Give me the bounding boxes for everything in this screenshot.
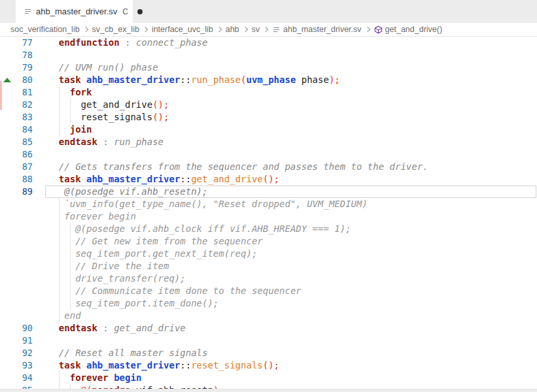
indent-guide bbox=[70, 272, 71, 285]
indent-guide bbox=[59, 260, 60, 272]
code-line-82[interactable]: 82 get_and_drive(); bbox=[0, 99, 537, 111]
line-number[interactable]: 85 bbox=[16, 136, 33, 148]
glyph-margin bbox=[0, 198, 16, 210]
ghost-text: seq_item_port.item_done(); bbox=[48, 297, 537, 310]
code-line-ghost[interactable]: // Drive the item bbox=[0, 260, 537, 272]
breadcrumb-item-interface-uvc-lib[interactable]: interface_uvc_lib bbox=[152, 25, 213, 34]
code-line-89[interactable]: 89 @(posedge vif.ahb_resetn); bbox=[0, 186, 537, 198]
breadcrumb-label: ahb bbox=[226, 25, 239, 34]
code-line-ghost[interactable]: end bbox=[0, 310, 537, 322]
code-line-ghost[interactable]: seq_item_port.item_done(); bbox=[0, 297, 537, 310]
unsaved-changes-indicator[interactable] bbox=[137, 9, 143, 14]
glyph-margin bbox=[0, 161, 16, 173]
token: phase bbox=[296, 74, 329, 85]
indent-guide bbox=[70, 223, 71, 235]
code-line-91[interactable]: 91 bbox=[0, 335, 537, 347]
token bbox=[81, 174, 86, 184]
breadcrumb-item-sv[interactable]: sv bbox=[252, 25, 260, 34]
line-number[interactable]: 93 bbox=[16, 359, 33, 372]
indent-guide bbox=[59, 99, 60, 111]
breadcrumb-label: soc_verification_lib bbox=[10, 25, 80, 34]
code-line-85[interactable]: 85 endtask : run_phase bbox=[0, 136, 537, 148]
ghost-text: // Get new item from the sequencer bbox=[48, 235, 537, 248]
line-number[interactable]: 87 bbox=[16, 161, 33, 173]
code-line-79[interactable]: 79 // UVM run() phase bbox=[0, 61, 537, 74]
token: begin bbox=[114, 372, 141, 383]
glyph-margin bbox=[0, 37, 16, 49]
code-line-ghost[interactable]: // Get new item from the sequencer bbox=[0, 235, 537, 248]
code-line-ghost[interactable]: seq_item_port.get_next_item(req); bbox=[0, 248, 537, 260]
glyph-margin bbox=[0, 260, 16, 272]
code-line-80[interactable]: 80 task ahb_master_driver::run_phase(uvm… bbox=[0, 74, 537, 86]
file-lines-icon bbox=[272, 25, 281, 34]
breadcrumb-item-ahb-master-driver-sv[interactable]: ahb_master_driver.sv bbox=[272, 25, 362, 34]
symbol-method-icon bbox=[374, 25, 383, 34]
line-number[interactable]: 77 bbox=[16, 37, 33, 49]
chevron-right-icon bbox=[242, 27, 247, 32]
code-line-88[interactable]: 88 task ahb_master_driver::get_and_drive… bbox=[0, 173, 537, 186]
code-line-93[interactable]: 93 task ahb_master_driver::reset_signals… bbox=[0, 359, 537, 372]
line-number bbox=[16, 235, 33, 248]
line-number[interactable]: 86 bbox=[16, 148, 33, 161]
chevron-right-icon bbox=[216, 27, 221, 32]
line-number[interactable]: 92 bbox=[16, 347, 33, 359]
ghost-suggestion-text: end bbox=[64, 310, 80, 321]
line-number[interactable]: 89 bbox=[16, 186, 33, 198]
line-number[interactable]: 83 bbox=[16, 111, 33, 123]
token: endfunction bbox=[59, 37, 120, 48]
line-number[interactable]: 94 bbox=[16, 372, 33, 384]
code-line-ghost[interactable]: @(posedge vif.ahb_clock iff vif.AHB_HREA… bbox=[0, 223, 537, 235]
indent-guide bbox=[70, 99, 71, 111]
code-line-ghost[interactable]: forever begin bbox=[0, 210, 537, 223]
indent-guide bbox=[59, 198, 60, 210]
code-line-87[interactable]: 87 // Gets transfers from the sequencer … bbox=[0, 161, 537, 173]
line-number[interactable]: 84 bbox=[16, 123, 33, 136]
breadcrumb-item-get-and-drive-[interactable]: get_and_drive() bbox=[374, 25, 443, 34]
breadcrumb-label: ahb_master_driver.sv bbox=[283, 25, 362, 34]
ghost-suggestion-text: @(posedge vif.ahb_resetn); bbox=[64, 186, 207, 197]
breadcrumb-item-soc-verification-lib[interactable]: soc_verification_lib bbox=[10, 25, 80, 34]
token: get_and_drive bbox=[81, 99, 153, 110]
line-number bbox=[16, 272, 33, 285]
code-line-81[interactable]: 81 fork bbox=[0, 86, 537, 99]
ghost-text: // Drive the item bbox=[48, 260, 537, 272]
code-line-78[interactable]: 78 bbox=[0, 49, 537, 61]
code-line-ghost[interactable]: `uvm_info(get_type_name(), "Reset droppe… bbox=[0, 198, 537, 210]
code-line-92[interactable]: 92 // Reset all master signals bbox=[0, 347, 537, 359]
line-number[interactable]: 79 bbox=[16, 61, 33, 74]
code-line-90[interactable]: 90 endtask : get_and_drive bbox=[0, 322, 537, 335]
code-text bbox=[48, 335, 537, 347]
line-number[interactable]: 78 bbox=[16, 49, 33, 61]
line-number[interactable]: 88 bbox=[16, 173, 33, 186]
token: uvm_phase bbox=[246, 74, 296, 85]
token: (); bbox=[152, 112, 169, 122]
code-line-84[interactable]: 84 join bbox=[0, 123, 537, 136]
line-number[interactable]: 91 bbox=[16, 335, 33, 347]
line-number[interactable]: 82 bbox=[16, 99, 33, 111]
horizontal-scrollbar[interactable] bbox=[0, 389, 537, 392]
token: (); bbox=[263, 360, 279, 370]
code-line-86[interactable]: 86 bbox=[0, 148, 537, 161]
breadcrumb-item-ahb[interactable]: ahb bbox=[226, 25, 239, 34]
ghost-suggestion-text: // Communicate item done to the sequence… bbox=[75, 286, 302, 296]
line-number[interactable]: 90 bbox=[16, 322, 33, 335]
glyph-margin bbox=[0, 335, 16, 347]
code-line-ghost[interactable]: // Communicate item done to the sequence… bbox=[0, 285, 537, 297]
line-number[interactable]: 81 bbox=[16, 86, 33, 99]
ghost-suggestion-text: // Get new item from the sequencer bbox=[75, 236, 263, 246]
code-text: get_and_drive(); bbox=[48, 99, 537, 111]
line-number[interactable]: 80 bbox=[16, 74, 33, 86]
token: :: bbox=[180, 74, 191, 85]
indent-guide bbox=[70, 285, 71, 297]
tab-ahb-master-driver[interactable]: ahb_master_driver.sv C bbox=[16, 0, 133, 23]
code-line-83[interactable]: 83 reset_signals(); bbox=[0, 111, 537, 123]
line-number bbox=[16, 310, 33, 322]
green-triangle-up-icon[interactable] bbox=[3, 78, 11, 82]
breadcrumb-item-sv-cb-ex-lib[interactable]: sv_cb_ex_lib bbox=[92, 25, 139, 34]
indent-guide bbox=[59, 223, 60, 235]
glyph-margin bbox=[0, 322, 16, 335]
token: connect_phase bbox=[136, 37, 208, 48]
code-line-94[interactable]: 94 forever begin bbox=[0, 372, 537, 384]
code-line-ghost[interactable]: drive_transfer(req); bbox=[0, 272, 537, 285]
code-line-77[interactable]: 77 endfunction : connect_phase bbox=[0, 37, 537, 49]
